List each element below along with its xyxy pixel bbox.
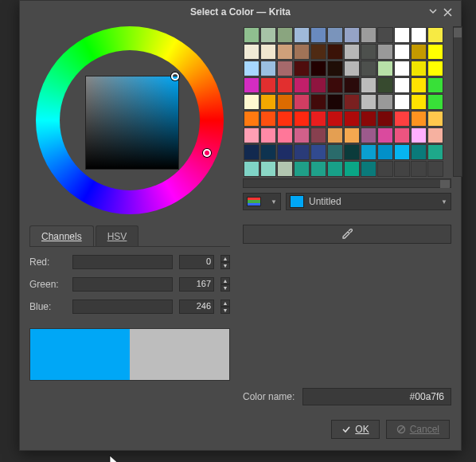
palette-swatch[interactable] [327, 111, 343, 127]
palette-swatch[interactable] [361, 127, 377, 143]
palette-swatch[interactable] [361, 61, 377, 76]
palette-swatch[interactable] [244, 127, 259, 143]
palette-swatch[interactable] [394, 77, 410, 93]
palette-swatch[interactable] [361, 111, 377, 127]
palette-swatch[interactable] [427, 27, 443, 43]
palette-swatch[interactable] [327, 127, 343, 143]
palette-swatch[interactable] [310, 61, 326, 76]
palette-swatch[interactable] [427, 44, 443, 60]
palette-swatch[interactable] [411, 44, 427, 60]
palette-swatch[interactable] [394, 111, 410, 127]
palette-swatch[interactable] [310, 94, 326, 110]
palette-swatch[interactable] [394, 161, 410, 177]
palette-swatch[interactable] [394, 144, 410, 160]
palette-swatch[interactable] [427, 111, 443, 127]
palette-swatch[interactable] [344, 94, 360, 110]
palette-swatch[interactable] [277, 161, 293, 177]
palette-swatch[interactable] [260, 161, 276, 177]
palette-swatch[interactable] [294, 161, 310, 177]
palette-swatch[interactable] [361, 144, 377, 160]
palette-swatch[interactable] [411, 94, 427, 110]
palette-swatch[interactable] [411, 61, 427, 76]
palette-swatch[interactable] [361, 161, 377, 177]
sv-handle[interactable] [171, 72, 179, 80]
palette-swatch[interactable] [310, 77, 326, 93]
blue-value[interactable]: 246 [179, 300, 214, 314]
palette-swatch[interactable] [344, 111, 360, 127]
palette-swatch[interactable] [294, 127, 310, 143]
palette-swatch[interactable] [327, 44, 343, 60]
palette-swatch[interactable] [310, 44, 326, 60]
tab-channels[interactable]: Channels [29, 225, 94, 246]
palette-swatch[interactable] [394, 94, 410, 110]
palette-swatch[interactable] [427, 161, 443, 177]
palette-swatch[interactable] [377, 94, 393, 110]
palette-swatch[interactable] [260, 144, 276, 160]
palette-swatch[interactable] [327, 27, 343, 43]
green-value[interactable]: 167 [179, 277, 214, 292]
palette-swatch[interactable] [294, 61, 310, 76]
palette-swatch[interactable] [344, 144, 360, 160]
palette-swatch[interactable] [260, 111, 276, 127]
palette-swatch[interactable] [411, 27, 427, 43]
palette-swatch[interactable] [277, 27, 293, 43]
palette-swatch[interactable] [377, 161, 393, 177]
palette-swatch[interactable] [277, 144, 293, 160]
color-name-combo[interactable]: Untitled ▼ [286, 193, 451, 210]
palette-swatch[interactable] [411, 77, 427, 93]
palette-swatch[interactable] [277, 127, 293, 143]
palette-swatch[interactable] [310, 161, 326, 177]
palette-swatch[interactable] [310, 144, 326, 160]
palette-swatch[interactable] [377, 127, 393, 143]
sv-box[interactable] [85, 76, 179, 170]
palette-swatch[interactable] [344, 44, 360, 60]
palette-swatch[interactable] [244, 44, 259, 60]
palette-swatch[interactable] [244, 61, 259, 76]
palette-swatch[interactable] [377, 44, 393, 60]
palette-swatch[interactable] [260, 61, 276, 76]
close-button[interactable] [440, 5, 455, 19]
palette-swatch[interactable] [294, 111, 310, 127]
red-spinner[interactable]: ▲▼ [220, 255, 230, 269]
palette-swatch[interactable] [260, 27, 276, 43]
palette-swatch[interactable] [244, 161, 259, 177]
palette-swatch[interactable] [310, 111, 326, 127]
palette-swatch[interactable] [277, 77, 293, 93]
palette-swatch[interactable] [427, 94, 443, 110]
palette-swatch[interactable] [427, 127, 443, 143]
palette-swatch[interactable] [361, 27, 377, 43]
palette-swatch[interactable] [344, 27, 360, 43]
palette-swatch[interactable] [377, 111, 393, 127]
eyedropper-button[interactable] [243, 225, 451, 244]
green-slider[interactable] [72, 277, 173, 292]
ok-button[interactable]: OK [331, 420, 379, 439]
palette-swatch[interactable] [344, 61, 360, 76]
palette-swatch[interactable] [394, 44, 410, 60]
palette-swatch[interactable] [277, 111, 293, 127]
palette-swatch[interactable] [244, 111, 259, 127]
palette-swatch[interactable] [394, 127, 410, 143]
palette-chooser[interactable]: ▼ [243, 193, 281, 210]
palette-swatch[interactable] [244, 94, 259, 110]
palette-swatch[interactable] [427, 61, 443, 76]
palette-swatch[interactable] [344, 127, 360, 143]
palette-swatch[interactable] [260, 44, 276, 60]
palette-swatch[interactable] [327, 94, 343, 110]
green-spinner[interactable]: ▲▼ [220, 277, 230, 292]
palette-swatch[interactable] [394, 27, 410, 43]
palette-swatch[interactable] [277, 61, 293, 76]
red-slider[interactable] [72, 255, 173, 269]
palette-swatch[interactable] [394, 61, 410, 76]
palette-swatch[interactable] [294, 144, 310, 160]
palette-swatch[interactable] [294, 94, 310, 110]
palette-swatch[interactable] [260, 94, 276, 110]
palette-swatch[interactable] [411, 161, 427, 177]
palette-swatch[interactable] [361, 44, 377, 60]
palette-swatch[interactable] [277, 94, 293, 110]
palette-swatch[interactable] [411, 127, 427, 143]
palette-swatch[interactable] [327, 161, 343, 177]
palette-swatch[interactable] [377, 144, 393, 160]
palette-swatch[interactable] [344, 77, 360, 93]
blue-spinner[interactable]: ▲▼ [220, 300, 230, 314]
palette-swatch[interactable] [294, 27, 310, 43]
